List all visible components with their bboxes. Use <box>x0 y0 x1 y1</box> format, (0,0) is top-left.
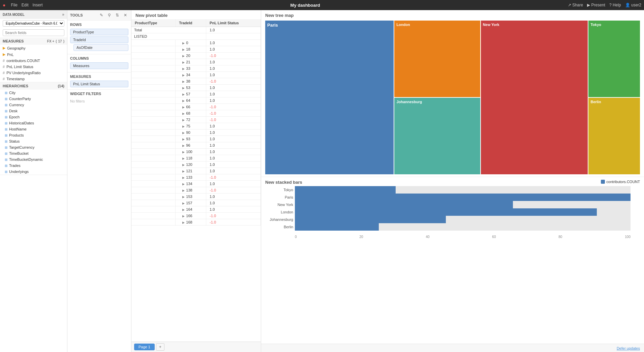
expand-cell <box>131 168 176 174</box>
hier-item-timebucket[interactable]: ⊞TimeBucket <box>0 150 67 156</box>
page-tab-1[interactable]: Page 1 <box>134 344 155 350</box>
treemap-title: New tree map <box>261 10 644 19</box>
top-menu: File Edit Insert <box>11 3 42 7</box>
row-id: ▶93 <box>176 136 206 142</box>
expand-cell <box>131 46 176 53</box>
hier-item-epoch[interactable]: ⊞Epoch <box>0 114 67 120</box>
help-button[interactable]: ? Help <box>609 3 621 7</box>
treemap-cell-london[interactable]: London <box>394 21 480 97</box>
treemap-cell-tokyo[interactable]: Tokyo <box>588 21 640 97</box>
bar-row-johannesburg: Johannesburg <box>295 216 631 223</box>
sidebar-item-geography[interactable]: ▶ Geography <box>0 45 67 51</box>
hierarchies-section: HIERARCHIES (14) ⊞City ⊞CounterParty ⊞Cu… <box>0 82 67 175</box>
bar-fill-berlin <box>295 223 379 231</box>
collapse-data-model[interactable]: » <box>62 12 64 17</box>
hierarchies-label: HIERARCHIES <box>3 84 28 88</box>
menu-edit[interactable]: Edit <box>22 3 29 7</box>
menu-insert[interactable]: Insert <box>33 3 43 7</box>
row-id: ▶0 <box>176 40 206 46</box>
add-measure-button[interactable]: fx + <box>47 39 54 43</box>
measures-chip-pnl[interactable]: PnL Limit Status <box>70 81 128 87</box>
table-row: ▶53 1.0 <box>131 85 261 91</box>
treemap-cell-berlin[interactable]: Berlin <box>588 98 640 174</box>
hier-item-status[interactable]: ⊞Status <box>0 138 67 144</box>
hier-item-hostname[interactable]: ⊞HostName <box>0 126 67 132</box>
row-id: ▶33 <box>176 65 206 72</box>
table-row: ▶118 1.0 <box>131 155 261 162</box>
row-value: 1.0 <box>206 181 261 187</box>
user-button[interactable]: 👤 user2 <box>625 3 641 7</box>
pivot-title: New pivot table <box>131 10 261 19</box>
rows-section: Rows ProductType TradeId AsOfDate <box>67 21 131 54</box>
row-id: ▶100 <box>176 149 206 155</box>
table-row: ▶21 1.0 <box>131 59 261 65</box>
menu-file[interactable]: File <box>11 3 17 7</box>
col-header-producttype[interactable]: ProductType <box>131 19 176 27</box>
expand-cell <box>131 162 176 168</box>
hier-item-counterparty[interactable]: ⊞CounterParty <box>0 96 67 102</box>
bar-fill-johannesburg <box>295 216 446 223</box>
bar-fill-tokyo <box>295 186 396 194</box>
col-header-tradeid[interactable]: TradeId <box>176 19 206 27</box>
hier-icon: ⊞ <box>5 146 7 149</box>
columns-chip-measures[interactable]: Measures <box>70 62 128 69</box>
sidebar-item-pnl[interactable]: ▶ PnL <box>0 51 67 58</box>
treemap-cell-johannesburg[interactable]: Johannesburg <box>394 98 480 174</box>
row-value: 1.0 <box>206 59 261 65</box>
sidebar-item-label: PnL <box>7 53 14 57</box>
sidebar-item-label: PnL Limit Status <box>6 65 33 69</box>
topbar-right-actions: ↗ Share ▶ Present ? Help 👤 user2 <box>568 3 641 7</box>
treemap-section: New tree map Paris London Johannesburg N… <box>261 10 644 177</box>
rows-chip-tradeid[interactable]: TradeId <box>70 36 128 43</box>
hier-item-targetcurrency[interactable]: ⊞TargetCurrency <box>0 144 67 150</box>
hash-icon: # <box>3 71 5 75</box>
sidebar-item-pnl-limit-status[interactable]: # PnL Limit Status <box>0 64 67 70</box>
tools-filter-button[interactable]: ⚲ <box>106 12 112 18</box>
hier-item-underlyings[interactable]: ⊞Underlyings <box>0 169 67 175</box>
treemap-cell-paris[interactable]: Paris <box>265 21 394 174</box>
row-value: 1.0 <box>206 168 261 174</box>
tools-sort-button[interactable]: ⇅ <box>114 12 120 18</box>
hier-item-historicaldates[interactable]: ⊞HistoricalDates <box>0 120 67 126</box>
treemap-cell-newyork[interactable]: New York <box>481 21 588 174</box>
hier-icon: ⊞ <box>5 115 7 119</box>
expand-cell <box>131 174 176 181</box>
add-page-tab-button[interactable]: + <box>156 343 164 351</box>
share-button[interactable]: ↗ Share <box>568 3 583 7</box>
row-id: ▶120 <box>176 162 206 168</box>
sidebar-item-timestamp[interactable]: # Timestamp <box>0 76 67 82</box>
row-value: -1.0 <box>206 174 261 181</box>
table-row: ▶120 1.0 <box>131 162 261 168</box>
sidebar-item-contributors-count[interactable]: # contributors.COUNT <box>0 58 67 64</box>
hier-item-city[interactable]: ⊞City <box>0 90 67 96</box>
hier-item-timebucketdynamic[interactable]: ⊞TimeBucketDynamic <box>0 156 67 163</box>
expand-cell <box>131 129 176 136</box>
rows-chip-producttype[interactable]: ProductType <box>70 29 128 35</box>
tools-close-button[interactable]: ✕ <box>122 12 128 18</box>
folder-icon: ▶ <box>3 52 5 57</box>
hier-label: TimeBucket <box>9 151 29 155</box>
search-fields-input[interactable] <box>3 29 64 36</box>
defer-updates-button[interactable]: Defer updates <box>617 346 640 350</box>
tools-edit-button[interactable]: ✎ <box>98 12 104 18</box>
rows-chip-asofdate[interactable]: AsOfDate <box>73 44 128 51</box>
sidebar-item-pv-underlyings[interactable]: # PV UnderlyingsRatio <box>0 70 67 76</box>
pivot-table-wrapper[interactable]: ProductType TradeId PnL Limit Status Tot… <box>131 19 261 342</box>
present-button[interactable]: ▶ Present <box>587 3 605 7</box>
row-id: ▶75 <box>176 123 206 129</box>
expand-cell <box>131 149 176 155</box>
sidebar-item-label: Timestamp <box>6 77 25 81</box>
x-label-0: 0 <box>295 235 297 239</box>
row-id: ▶118 <box>176 155 206 162</box>
hier-item-products[interactable]: ⊞Products <box>0 132 67 138</box>
expand-cell <box>131 40 176 46</box>
col-header-pnl-limit[interactable]: PnL Limit Status <box>206 19 261 27</box>
bar-row-london: London <box>295 208 631 216</box>
hier-label: HistoricalDates <box>9 121 34 125</box>
treemap-col-4: Tokyo Berlin <box>588 21 640 174</box>
hier-item-desk[interactable]: ⊞Desk <box>0 108 67 114</box>
hash-icon: # <box>3 65 5 69</box>
hier-item-currency[interactable]: ⊞Currency <box>0 102 67 108</box>
hier-item-trades[interactable]: ⊞Trades <box>0 163 67 169</box>
cube-selector[interactable]: EquityDerivativesCube · Ranch 6.0 <box>3 20 64 27</box>
